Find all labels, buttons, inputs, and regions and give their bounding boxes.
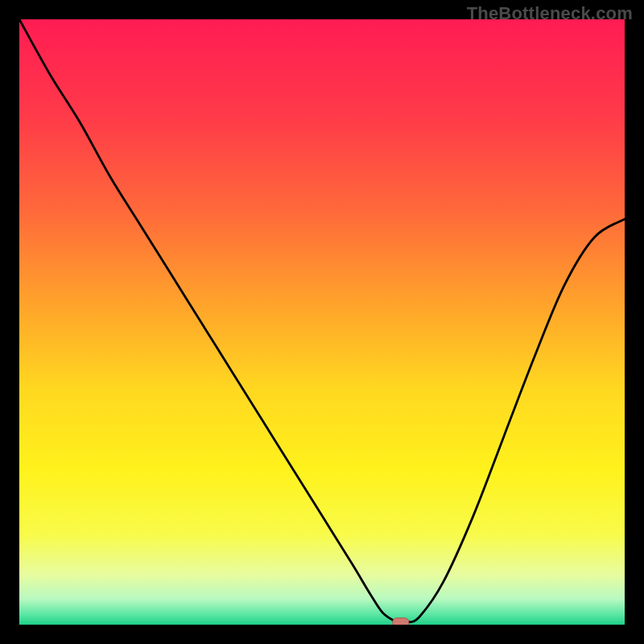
sweet-spot-marker <box>393 618 409 625</box>
chart-background <box>19 19 625 625</box>
bottleneck-chart <box>19 19 625 625</box>
watermark-text: TheBottleneck.com <box>467 3 633 24</box>
chart-frame: { "watermark": "TheBottleneck.com", "col… <box>0 0 644 644</box>
